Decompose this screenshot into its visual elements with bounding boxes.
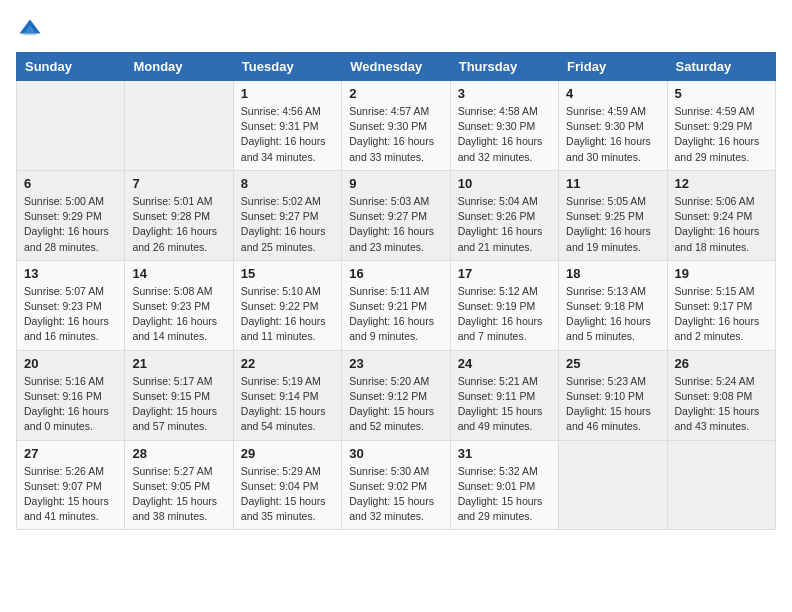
day-number: 8 xyxy=(241,176,334,191)
day-info: Sunrise: 5:07 AM Sunset: 9:23 PM Dayligh… xyxy=(24,284,117,345)
day-cell: 15Sunrise: 5:10 AM Sunset: 9:22 PM Dayli… xyxy=(233,260,341,350)
day-number: 19 xyxy=(675,266,768,281)
logo-icon xyxy=(16,16,44,44)
day-number: 7 xyxy=(132,176,225,191)
day-info: Sunrise: 5:15 AM Sunset: 9:17 PM Dayligh… xyxy=(675,284,768,345)
week-row-4: 20Sunrise: 5:16 AM Sunset: 9:16 PM Dayli… xyxy=(17,350,776,440)
day-cell: 31Sunrise: 5:32 AM Sunset: 9:01 PM Dayli… xyxy=(450,440,558,530)
day-number: 25 xyxy=(566,356,659,371)
day-info: Sunrise: 5:06 AM Sunset: 9:24 PM Dayligh… xyxy=(675,194,768,255)
header-day-friday: Friday xyxy=(559,53,667,81)
day-info: Sunrise: 5:30 AM Sunset: 9:02 PM Dayligh… xyxy=(349,464,442,525)
day-cell: 21Sunrise: 5:17 AM Sunset: 9:15 PM Dayli… xyxy=(125,350,233,440)
day-info: Sunrise: 5:13 AM Sunset: 9:18 PM Dayligh… xyxy=(566,284,659,345)
week-row-1: 1Sunrise: 4:56 AM Sunset: 9:31 PM Daylig… xyxy=(17,81,776,171)
day-cell: 6Sunrise: 5:00 AM Sunset: 9:29 PM Daylig… xyxy=(17,170,125,260)
day-number: 10 xyxy=(458,176,551,191)
day-number: 20 xyxy=(24,356,117,371)
day-number: 30 xyxy=(349,446,442,461)
day-info: Sunrise: 5:27 AM Sunset: 9:05 PM Dayligh… xyxy=(132,464,225,525)
day-number: 27 xyxy=(24,446,117,461)
day-cell: 3Sunrise: 4:58 AM Sunset: 9:30 PM Daylig… xyxy=(450,81,558,171)
day-info: Sunrise: 5:24 AM Sunset: 9:08 PM Dayligh… xyxy=(675,374,768,435)
day-info: Sunrise: 5:21 AM Sunset: 9:11 PM Dayligh… xyxy=(458,374,551,435)
calendar-header: SundayMondayTuesdayWednesdayThursdayFrid… xyxy=(17,53,776,81)
day-cell: 14Sunrise: 5:08 AM Sunset: 9:23 PM Dayli… xyxy=(125,260,233,350)
day-info: Sunrise: 5:23 AM Sunset: 9:10 PM Dayligh… xyxy=(566,374,659,435)
header-row: SundayMondayTuesdayWednesdayThursdayFrid… xyxy=(17,53,776,81)
week-row-5: 27Sunrise: 5:26 AM Sunset: 9:07 PM Dayli… xyxy=(17,440,776,530)
day-cell: 25Sunrise: 5:23 AM Sunset: 9:10 PM Dayli… xyxy=(559,350,667,440)
day-number: 4 xyxy=(566,86,659,101)
day-info: Sunrise: 5:04 AM Sunset: 9:26 PM Dayligh… xyxy=(458,194,551,255)
day-number: 21 xyxy=(132,356,225,371)
day-info: Sunrise: 5:19 AM Sunset: 9:14 PM Dayligh… xyxy=(241,374,334,435)
day-cell xyxy=(17,81,125,171)
day-number: 18 xyxy=(566,266,659,281)
day-number: 6 xyxy=(24,176,117,191)
day-cell: 22Sunrise: 5:19 AM Sunset: 9:14 PM Dayli… xyxy=(233,350,341,440)
day-info: Sunrise: 5:17 AM Sunset: 9:15 PM Dayligh… xyxy=(132,374,225,435)
day-info: Sunrise: 5:03 AM Sunset: 9:27 PM Dayligh… xyxy=(349,194,442,255)
day-info: Sunrise: 5:01 AM Sunset: 9:28 PM Dayligh… xyxy=(132,194,225,255)
day-cell: 20Sunrise: 5:16 AM Sunset: 9:16 PM Dayli… xyxy=(17,350,125,440)
header-day-saturday: Saturday xyxy=(667,53,775,81)
day-cell: 18Sunrise: 5:13 AM Sunset: 9:18 PM Dayli… xyxy=(559,260,667,350)
day-cell: 19Sunrise: 5:15 AM Sunset: 9:17 PM Dayli… xyxy=(667,260,775,350)
day-number: 17 xyxy=(458,266,551,281)
day-info: Sunrise: 5:26 AM Sunset: 9:07 PM Dayligh… xyxy=(24,464,117,525)
day-info: Sunrise: 4:58 AM Sunset: 9:30 PM Dayligh… xyxy=(458,104,551,165)
day-info: Sunrise: 5:02 AM Sunset: 9:27 PM Dayligh… xyxy=(241,194,334,255)
day-info: Sunrise: 5:05 AM Sunset: 9:25 PM Dayligh… xyxy=(566,194,659,255)
day-info: Sunrise: 5:08 AM Sunset: 9:23 PM Dayligh… xyxy=(132,284,225,345)
week-row-3: 13Sunrise: 5:07 AM Sunset: 9:23 PM Dayli… xyxy=(17,260,776,350)
day-cell xyxy=(667,440,775,530)
day-cell: 23Sunrise: 5:20 AM Sunset: 9:12 PM Dayli… xyxy=(342,350,450,440)
day-info: Sunrise: 5:10 AM Sunset: 9:22 PM Dayligh… xyxy=(241,284,334,345)
day-info: Sunrise: 5:12 AM Sunset: 9:19 PM Dayligh… xyxy=(458,284,551,345)
day-cell: 30Sunrise: 5:30 AM Sunset: 9:02 PM Dayli… xyxy=(342,440,450,530)
day-cell xyxy=(559,440,667,530)
day-cell: 16Sunrise: 5:11 AM Sunset: 9:21 PM Dayli… xyxy=(342,260,450,350)
day-number: 5 xyxy=(675,86,768,101)
day-info: Sunrise: 5:00 AM Sunset: 9:29 PM Dayligh… xyxy=(24,194,117,255)
day-cell: 24Sunrise: 5:21 AM Sunset: 9:11 PM Dayli… xyxy=(450,350,558,440)
day-number: 11 xyxy=(566,176,659,191)
day-cell: 11Sunrise: 5:05 AM Sunset: 9:25 PM Dayli… xyxy=(559,170,667,260)
day-cell: 17Sunrise: 5:12 AM Sunset: 9:19 PM Dayli… xyxy=(450,260,558,350)
day-number: 28 xyxy=(132,446,225,461)
day-cell: 2Sunrise: 4:57 AM Sunset: 9:30 PM Daylig… xyxy=(342,81,450,171)
day-cell: 10Sunrise: 5:04 AM Sunset: 9:26 PM Dayli… xyxy=(450,170,558,260)
day-number: 13 xyxy=(24,266,117,281)
day-cell: 8Sunrise: 5:02 AM Sunset: 9:27 PM Daylig… xyxy=(233,170,341,260)
day-number: 22 xyxy=(241,356,334,371)
day-info: Sunrise: 4:59 AM Sunset: 9:30 PM Dayligh… xyxy=(566,104,659,165)
day-number: 23 xyxy=(349,356,442,371)
day-cell: 4Sunrise: 4:59 AM Sunset: 9:30 PM Daylig… xyxy=(559,81,667,171)
day-number: 26 xyxy=(675,356,768,371)
day-cell: 12Sunrise: 5:06 AM Sunset: 9:24 PM Dayli… xyxy=(667,170,775,260)
day-cell: 26Sunrise: 5:24 AM Sunset: 9:08 PM Dayli… xyxy=(667,350,775,440)
day-cell: 27Sunrise: 5:26 AM Sunset: 9:07 PM Dayli… xyxy=(17,440,125,530)
header-day-wednesday: Wednesday xyxy=(342,53,450,81)
header-day-tuesday: Tuesday xyxy=(233,53,341,81)
header-day-thursday: Thursday xyxy=(450,53,558,81)
header-day-monday: Monday xyxy=(125,53,233,81)
day-number: 31 xyxy=(458,446,551,461)
day-number: 3 xyxy=(458,86,551,101)
day-cell: 29Sunrise: 5:29 AM Sunset: 9:04 PM Dayli… xyxy=(233,440,341,530)
day-number: 16 xyxy=(349,266,442,281)
day-number: 2 xyxy=(349,86,442,101)
day-info: Sunrise: 5:29 AM Sunset: 9:04 PM Dayligh… xyxy=(241,464,334,525)
day-info: Sunrise: 5:11 AM Sunset: 9:21 PM Dayligh… xyxy=(349,284,442,345)
day-cell: 7Sunrise: 5:01 AM Sunset: 9:28 PM Daylig… xyxy=(125,170,233,260)
day-cell: 9Sunrise: 5:03 AM Sunset: 9:27 PM Daylig… xyxy=(342,170,450,260)
day-number: 9 xyxy=(349,176,442,191)
day-number: 24 xyxy=(458,356,551,371)
header-day-sunday: Sunday xyxy=(17,53,125,81)
day-info: Sunrise: 4:56 AM Sunset: 9:31 PM Dayligh… xyxy=(241,104,334,165)
day-info: Sunrise: 5:16 AM Sunset: 9:16 PM Dayligh… xyxy=(24,374,117,435)
calendar-table: SundayMondayTuesdayWednesdayThursdayFrid… xyxy=(16,52,776,530)
day-cell: 5Sunrise: 4:59 AM Sunset: 9:29 PM Daylig… xyxy=(667,81,775,171)
day-cell: 1Sunrise: 4:56 AM Sunset: 9:31 PM Daylig… xyxy=(233,81,341,171)
